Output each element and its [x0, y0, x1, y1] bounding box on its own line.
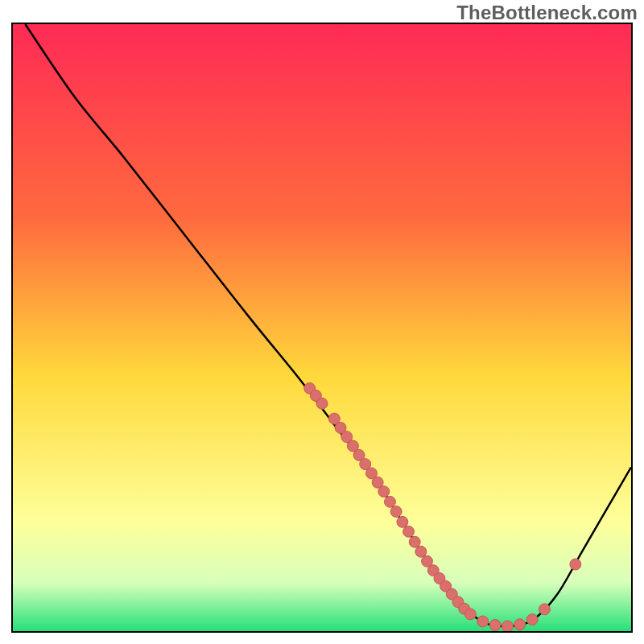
data-point [489, 619, 501, 630]
data-point [502, 621, 513, 631]
data-point [403, 526, 415, 537]
data-point [464, 609, 476, 620]
data-point [409, 536, 420, 547]
data-point [378, 486, 390, 497]
data-point [539, 604, 550, 615]
chart-background [13, 24, 631, 631]
data-point [477, 616, 489, 627]
data-point [390, 506, 402, 518]
data-point [384, 496, 395, 507]
data-point [316, 398, 328, 409]
plot-area [11, 23, 633, 633]
chart-svg [13, 24, 631, 631]
data-point [570, 559, 581, 570]
data-point [526, 614, 538, 625]
data-point [514, 619, 526, 630]
figure-container: TheBottleneck.com [0, 0, 644, 644]
watermark-text: TheBottleneck.com [456, 2, 638, 24]
data-point [397, 516, 408, 527]
data-point [415, 546, 427, 557]
